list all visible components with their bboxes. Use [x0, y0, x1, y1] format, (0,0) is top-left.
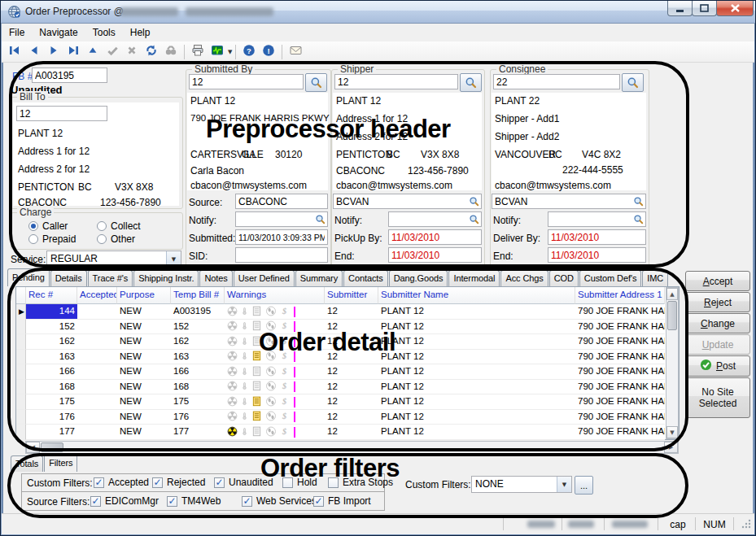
grid-row-selector[interactable] [16, 320, 26, 335]
grid-cell-accepted[interactable] [77, 304, 117, 320]
grid-cell-warnings[interactable]: $ [225, 425, 325, 440]
grid-column-header-temp-bill[interactable]: Temp Bill # [171, 287, 225, 304]
grid-cell-temp-bill[interactable]: 162 [171, 334, 225, 350]
charge-radio-prepaid[interactable]: Prepaid [28, 233, 76, 245]
grid-cell-purpose[interactable]: NEW [117, 320, 171, 335]
filter-checkbox-hold[interactable]: Hold [282, 477, 317, 488]
tab-pending[interactable]: Pending [7, 268, 50, 286]
charge-radio-other[interactable]: Other [97, 233, 135, 245]
collapse-up-button[interactable] [84, 43, 102, 61]
grid-cell-submitter-name[interactable]: PLANT 12 [378, 350, 575, 365]
first-record-button[interactable] [6, 43, 24, 61]
tab-user-defined[interactable]: User Defined [234, 270, 295, 286]
grid-cell-submitter[interactable]: 12 [325, 410, 378, 425]
consignee-notify-input[interactable] [548, 211, 646, 227]
charge-radio-collect[interactable]: Collect [97, 220, 141, 232]
lookup-icon[interactable] [633, 214, 644, 227]
scroll-right-button[interactable]: ▶ [664, 442, 678, 453]
chevron-down-icon[interactable]: ▼ [166, 251, 181, 267]
grid-cell-submitter[interactable]: 12 [325, 425, 378, 440]
grid-cell-submitter-address-1[interactable]: 790 JOE FRANK HARRIS PKWY [575, 320, 665, 335]
grid-cell-rec[interactable]: 144 [26, 304, 77, 320]
tab-totals[interactable]: Totals [11, 455, 43, 472]
grid-cell-submitter[interactable]: 12 [325, 394, 378, 410]
grid-cell-warnings[interactable]: $ [225, 320, 325, 335]
tab-cod[interactable]: COD [549, 270, 579, 286]
grid-column-header-submitter-address-1[interactable]: Submitter Address 1 [575, 287, 665, 304]
grid-cell-submitter-address-1[interactable]: 790 JOE FRANK HARRIS PKWY [575, 394, 665, 410]
scrollbar-thumb[interactable] [41, 442, 63, 452]
grid-cell-accepted[interactable] [77, 334, 117, 350]
grid-cell-rec[interactable]: 176 [26, 410, 77, 425]
submitted-by-search-button[interactable] [305, 73, 327, 92]
next-record-button[interactable] [45, 43, 63, 61]
grid-column-header-submitter-name[interactable]: Submitter Name [378, 287, 575, 304]
deliver-by-input[interactable] [548, 229, 646, 245]
grid-cell-temp-bill[interactable]: 168 [171, 380, 225, 395]
grid-cell-accepted[interactable] [77, 350, 117, 365]
grid-cell-rec[interactable]: 152 [26, 320, 77, 335]
bill-to-code-input[interactable] [16, 106, 107, 121]
lookup-icon[interactable] [633, 196, 644, 209]
grid-row-selector[interactable] [16, 394, 26, 410]
scroll-left-button[interactable]: ◀ [26, 442, 40, 453]
previous-record-button[interactable] [25, 43, 43, 61]
grid-cell-purpose[interactable]: NEW [117, 304, 171, 320]
grid-cell-submitter-address-1[interactable]: 790 JOE FRANK HARRIS PKWY [575, 350, 665, 365]
grid-cell-warnings[interactable]: $ [225, 380, 325, 395]
tab-filters[interactable]: Filters [44, 454, 77, 472]
notify-input[interactable] [235, 211, 328, 227]
shipper-search-button[interactable] [460, 73, 482, 92]
tab-custom-def-s[interactable]: Custom Def's [579, 270, 641, 286]
shipper-source-input[interactable]: BCVAN [333, 194, 482, 209]
filter-checkbox-extra-stops[interactable]: Extra Stops [328, 477, 393, 488]
grid-cell-temp-bill[interactable]: 163 [171, 350, 225, 365]
service-select[interactable]: REGULAR ▼ [46, 251, 181, 268]
grid-cell-submitter-address-1[interactable]: 790 JOE FRANK HARRIS PKWY [575, 364, 665, 380]
shipper-notify-input[interactable] [388, 211, 482, 227]
post-button[interactable]: Post [685, 355, 750, 377]
lookup-icon[interactable] [315, 214, 326, 227]
tab-dang-goods[interactable]: Dang.Goods [389, 270, 448, 286]
grid-cell-submitter-name[interactable]: PLANT 12 [378, 425, 575, 440]
menu-tools[interactable]: Tools [85, 24, 123, 41]
chevron-down-icon[interactable]: ▼ [228, 49, 232, 55]
grid-row-selector[interactable]: ▶ [16, 304, 26, 320]
tab-trace-s[interactable]: Trace #'s [88, 270, 133, 286]
grid-cell-temp-bill[interactable]: A003195 [171, 304, 225, 320]
lookup-icon[interactable] [469, 196, 479, 209]
grid-cell-rec[interactable]: 177 [26, 425, 77, 440]
chevron-down-icon[interactable]: ▼ [557, 477, 571, 492]
grid-cell-purpose[interactable]: NEW [117, 380, 171, 395]
grid-cell-submitter-name[interactable]: PLANT 12 [378, 364, 575, 380]
grid-horizontal-scrollbar[interactable]: ◀ ▶ [25, 441, 679, 454]
grid-row-selector[interactable] [16, 380, 26, 395]
grid-column-header-submitter[interactable]: Submitter [325, 287, 378, 304]
filter-checkbox-web-services[interactable]: ✓Web Services [242, 495, 317, 507]
grid-cell-purpose[interactable]: NEW [117, 350, 171, 365]
grid-cell-accepted[interactable] [77, 380, 117, 395]
consignee-search-button[interactable] [622, 73, 644, 92]
grid-cell-purpose[interactable]: NEW [117, 425, 171, 440]
grid-row-selector[interactable] [16, 425, 26, 440]
tab-imc[interactable]: IMC [642, 270, 668, 286]
deliver-end-input[interactable] [548, 247, 646, 263]
grid-cell-submitter-name[interactable]: PLANT 12 [378, 334, 575, 350]
menu-navigate[interactable]: Navigate [32, 24, 85, 41]
filter-checkbox-rejected[interactable]: ✓Rejected [152, 477, 205, 488]
grid-column-header-rec[interactable]: Rec # [26, 287, 77, 304]
filter-checkbox-fb-import[interactable]: ✓FB Import [313, 495, 371, 507]
grid-row-selector[interactable] [16, 334, 26, 350]
scroll-down-button[interactable]: ▼ [666, 426, 678, 438]
consignee-code-input[interactable] [493, 74, 620, 89]
grid-cell-submitter[interactable]: 12 [325, 320, 378, 335]
grid-vertical-scrollbar[interactable]: ▲ ▼ [666, 287, 679, 439]
grid-cell-submitter[interactable]: 12 [325, 334, 378, 350]
grid-column-header-accepted[interactable]: Accepted [77, 287, 117, 304]
tab-shipping-instr[interactable]: Shipping Instr. [133, 270, 199, 286]
grid-cell-accepted[interactable] [77, 425, 117, 440]
mail-button[interactable] [286, 43, 304, 61]
refresh-button[interactable] [142, 43, 160, 61]
grid-cell-temp-bill[interactable]: 177 [171, 425, 225, 440]
menu-file[interactable]: File [2, 24, 32, 41]
